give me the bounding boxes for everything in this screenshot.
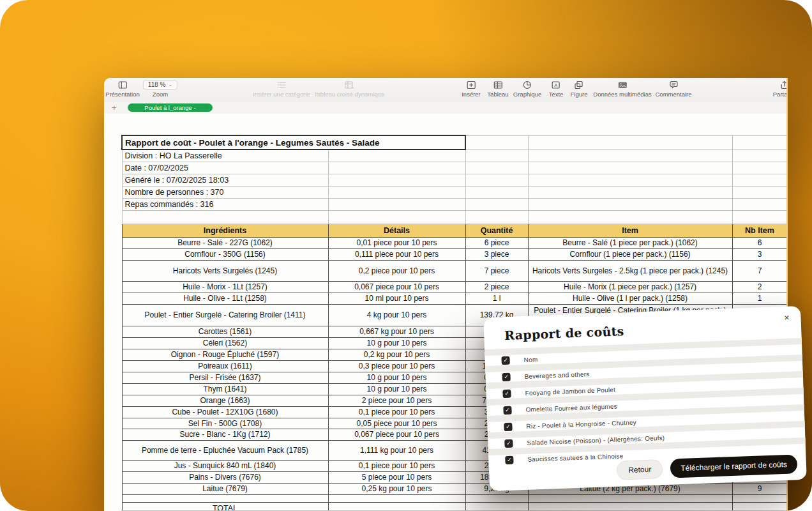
empty-cell[interactable] <box>528 162 732 174</box>
cell[interactable]: 3 piece <box>465 249 528 261</box>
cell[interactable]: 10 g pour 10 pers <box>328 338 465 349</box>
cell[interactable]: Poulet - Entier Surgelé - Catering Broil… <box>122 305 328 326</box>
empty-cell[interactable] <box>465 149 528 162</box>
total-label-cell[interactable]: TOTAL <box>122 503 328 511</box>
checkbox-checked-icon[interactable]: ✓ <box>501 356 509 364</box>
empty-cell[interactable] <box>528 174 732 187</box>
empty-cell[interactable] <box>328 187 465 199</box>
empty-cell[interactable] <box>732 495 787 503</box>
cell[interactable]: 0,1 piece pour 10 pers <box>328 407 465 418</box>
empty-cell[interactable] <box>528 135 732 149</box>
empty-cell[interactable] <box>465 135 528 149</box>
empty-cell[interactable] <box>732 149 787 162</box>
cell[interactable]: Haricots Verts Surgeles - 2.5kg (1 piece… <box>528 261 732 282</box>
cell[interactable]: 0,067 piece pour 10 pers <box>328 282 465 293</box>
cell[interactable]: Sucre - Blanc - 1Kg (1712) <box>122 429 328 441</box>
empty-cell[interactable] <box>465 174 528 187</box>
cell[interactable]: 0,111 piece pour 10 pers <box>328 249 465 261</box>
info-cell[interactable]: Repas commandés : 316 <box>122 199 328 211</box>
checkbox-checked-icon[interactable]: ✓ <box>502 372 510 381</box>
cell[interactable]: 2 piece <box>465 282 528 293</box>
empty-cell[interactable] <box>732 187 787 199</box>
cell[interactable]: Cornflour - 350G (1156) <box>122 249 328 261</box>
cell[interactable]: 0,2 piece pour 10 pers <box>328 261 465 282</box>
empty-cell[interactable] <box>465 503 528 511</box>
back-button[interactable]: Retour <box>617 459 663 480</box>
cell[interactable]: 0,1 piece pour 10 pers <box>328 461 465 472</box>
info-cell[interactable]: Nombre de personnes : 370 <box>122 187 328 199</box>
cell[interactable]: Jus - Sunquick 840 mL (1840) <box>122 461 328 472</box>
cell[interactable]: 0,05 piece pour 10 pers <box>328 418 465 429</box>
cell[interactable]: 7 piece <box>465 261 528 282</box>
cell[interactable]: 2 piece pour 10 pers <box>328 395 465 407</box>
column-header[interactable]: Item <box>528 224 732 238</box>
empty-cell[interactable] <box>328 503 465 511</box>
empty-cell[interactable] <box>732 174 787 187</box>
cell[interactable]: 1,111 kg pour 10 pers <box>328 441 465 461</box>
sheet-tab-active[interactable]: Poulet à l_orange - <box>128 103 213 112</box>
empty-cell[interactable] <box>122 211 328 224</box>
empty-cell[interactable] <box>328 495 465 503</box>
empty-cell[interactable] <box>732 135 787 149</box>
cell[interactable]: 7 <box>732 261 787 282</box>
shape-button[interactable]: Figure <box>571 80 588 98</box>
cell[interactable]: Laitue (7679) <box>122 484 328 495</box>
cell[interactable]: Céleri (1562) <box>122 338 328 349</box>
empty-cell[interactable] <box>732 162 787 174</box>
checkbox-checked-icon[interactable]: ✓ <box>505 455 513 464</box>
empty-cell[interactable] <box>465 495 528 503</box>
empty-cell[interactable] <box>328 174 465 187</box>
text-button[interactable]: A Texte <box>549 80 564 98</box>
checkbox-checked-icon[interactable]: ✓ <box>504 439 513 447</box>
download-button[interactable]: Télécharger le rapport de coûts <box>670 454 798 478</box>
cell[interactable]: 6 <box>732 238 787 249</box>
empty-cell[interactable] <box>465 187 528 199</box>
empty-cell[interactable] <box>732 503 787 511</box>
cell[interactable]: 0,067 piece pour 10 pers <box>328 429 465 441</box>
empty-cell[interactable] <box>528 495 732 503</box>
cell[interactable]: 10 ml pour 10 pers <box>328 293 465 305</box>
zoom-control[interactable]: 118 % ⌄ Zoom <box>143 80 177 98</box>
empty-cell[interactable] <box>328 199 465 211</box>
cell[interactable]: Pomme de terre - Epluchée Vacuum Pack (1… <box>122 441 328 461</box>
add-sheet-button[interactable]: + <box>112 103 117 112</box>
empty-cell[interactable] <box>122 495 328 503</box>
cell[interactable]: Huile - Olive (1 l per pack.) (1258) <box>528 293 732 305</box>
cell[interactable]: 10 g pour 10 pers <box>328 384 465 395</box>
cell[interactable]: Carottes (1561) <box>122 326 328 338</box>
cell[interactable]: 5 piece pour 10 pers <box>328 472 465 484</box>
cell[interactable]: 1 <box>732 293 787 305</box>
cell[interactable]: Sel Fin - 500G (1708) <box>122 418 328 429</box>
column-header[interactable]: Ingrédients <box>122 224 328 238</box>
close-icon[interactable]: × <box>784 312 790 323</box>
cell[interactable]: Beurre - Salé - 227G (1062) <box>122 238 328 249</box>
checkbox-checked-icon[interactable]: ✓ <box>502 389 511 397</box>
share-button[interactable]: Partager <box>773 80 788 98</box>
cell[interactable]: 0,667 kg pour 10 pers <box>328 326 465 338</box>
empty-cell[interactable] <box>528 149 732 162</box>
empty-cell[interactable] <box>528 199 732 211</box>
cell[interactable]: Huile - Olive - 1Lt (1258) <box>122 293 328 305</box>
cell[interactable]: Cornflour (1 piece per pack.) (1156) <box>528 249 732 261</box>
column-header[interactable]: Nb Item <box>732 224 787 238</box>
cell[interactable]: Huile - Morix - 1Lt (1257) <box>122 282 328 293</box>
info-cell[interactable]: Division : HO La Passerelle <box>122 149 328 162</box>
cell[interactable]: 10 g pour 10 pers <box>328 372 465 384</box>
cell[interactable]: Haricots Verts Surgelés (1245) <box>122 261 328 282</box>
empty-cell[interactable] <box>328 162 465 174</box>
empty-cell[interactable] <box>465 199 528 211</box>
cell[interactable]: Cube - Poulet - 12X10G (1680) <box>122 407 328 418</box>
insert-button[interactable]: Insérer <box>462 80 481 98</box>
report-title-cell[interactable]: Rapport de coût - Poulet à l'orange - Le… <box>122 135 465 149</box>
cell[interactable]: 3 <box>732 249 787 261</box>
column-header[interactable]: Détails <box>328 224 465 238</box>
empty-cell[interactable] <box>328 149 465 162</box>
cell[interactable]: Oignon - Rouge Épluché (1597) <box>122 349 328 361</box>
empty-cell[interactable] <box>328 211 465 224</box>
cell[interactable]: 1 l <box>465 293 528 305</box>
empty-cell[interactable] <box>732 199 787 211</box>
empty-cell[interactable] <box>528 211 732 224</box>
empty-cell[interactable] <box>732 211 787 224</box>
table-button[interactable]: Tableau <box>487 80 508 98</box>
cell[interactable]: Beurre - Salé (1 piece per pack.) (1062) <box>528 238 732 249</box>
